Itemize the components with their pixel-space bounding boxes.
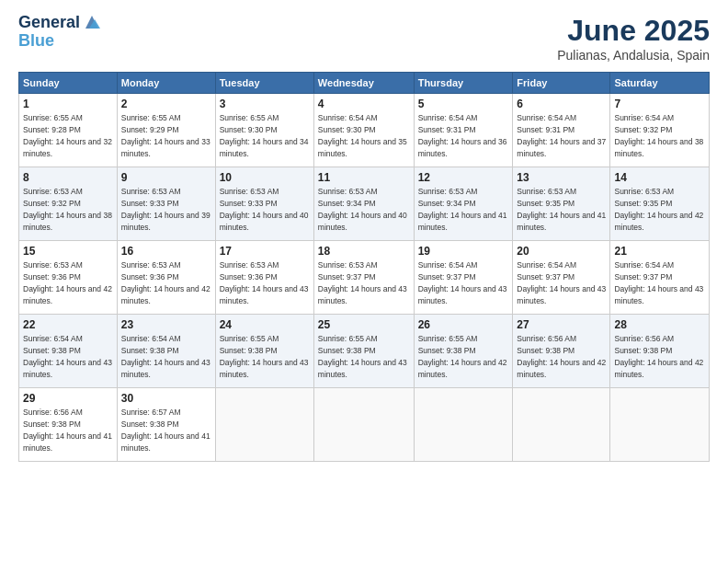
calendar-table: Sunday Monday Tuesday Wednesday Thursday… — [18, 72, 710, 462]
day-info: Sunrise: 6:54 AMSunset: 9:38 PMDaylight:… — [121, 334, 210, 379]
day-number: 21 — [614, 245, 705, 258]
day-number: 11 — [318, 171, 410, 184]
table-row: 8 Sunrise: 6:53 AMSunset: 9:32 PMDayligh… — [19, 167, 118, 241]
day-number: 28 — [614, 318, 705, 331]
table-row: 30 Sunrise: 6:57 AMSunset: 9:38 PMDaylig… — [117, 388, 215, 462]
table-row: 9 Sunrise: 6:53 AMSunset: 9:33 PMDayligh… — [117, 167, 215, 241]
table-row: 14 Sunrise: 6:53 AMSunset: 9:35 PMDaylig… — [610, 167, 710, 241]
day-number: 23 — [121, 318, 211, 331]
calendar-week-2: 8 Sunrise: 6:53 AMSunset: 9:32 PMDayligh… — [19, 167, 710, 241]
day-info: Sunrise: 6:53 AMSunset: 9:33 PMDaylight:… — [220, 187, 309, 232]
header-row: Sunday Monday Tuesday Wednesday Thursday… — [19, 73, 710, 94]
day-number: 10 — [220, 171, 310, 184]
table-row: 2 Sunrise: 6:55 AMSunset: 9:29 PMDayligh… — [117, 94, 215, 167]
table-row: 20 Sunrise: 6:54 AMSunset: 9:37 PMDaylig… — [513, 241, 610, 315]
day-info: Sunrise: 6:53 AMSunset: 9:34 PMDaylight:… — [418, 187, 507, 232]
calendar-week-4: 22 Sunrise: 6:54 AMSunset: 9:38 PMDaylig… — [19, 315, 710, 388]
day-info: Sunrise: 6:54 AMSunset: 9:31 PMDaylight:… — [517, 113, 606, 158]
table-row: 17 Sunrise: 6:53 AMSunset: 9:36 PMDaylig… — [215, 241, 313, 315]
calendar-week-5: 29 Sunrise: 6:56 AMSunset: 9:38 PMDaylig… — [19, 388, 710, 462]
day-info: Sunrise: 6:53 AMSunset: 9:33 PMDaylight:… — [121, 187, 210, 232]
table-row: 28 Sunrise: 6:56 AMSunset: 9:38 PMDaylig… — [610, 315, 710, 388]
day-info: Sunrise: 6:53 AMSunset: 9:36 PMDaylight:… — [121, 260, 210, 305]
calendar-week-1: 1 Sunrise: 6:55 AMSunset: 9:28 PMDayligh… — [19, 94, 710, 167]
table-row: 23 Sunrise: 6:54 AMSunset: 9:38 PMDaylig… — [117, 315, 215, 388]
day-number: 20 — [517, 245, 606, 258]
day-number: 15 — [23, 245, 113, 258]
day-info: Sunrise: 6:53 AMSunset: 9:32 PMDaylight:… — [23, 187, 112, 232]
table-row: 5 Sunrise: 6:54 AMSunset: 9:31 PMDayligh… — [414, 94, 513, 167]
day-info: Sunrise: 6:54 AMSunset: 9:31 PMDaylight:… — [418, 113, 507, 158]
month-title: June 2025 — [557, 14, 710, 48]
day-number: 22 — [23, 318, 113, 331]
day-info: Sunrise: 6:55 AMSunset: 9:38 PMDaylight:… — [318, 334, 407, 379]
table-row — [215, 388, 313, 462]
day-number: 8 — [23, 171, 113, 184]
day-info: Sunrise: 6:55 AMSunset: 9:38 PMDaylight:… — [418, 334, 507, 379]
table-row — [313, 388, 414, 462]
day-info: Sunrise: 6:54 AMSunset: 9:37 PMDaylight:… — [517, 260, 606, 305]
day-info: Sunrise: 6:55 AMSunset: 9:30 PMDaylight:… — [220, 113, 309, 158]
day-number: 13 — [517, 171, 606, 184]
table-row — [513, 388, 610, 462]
day-number: 18 — [318, 245, 410, 258]
day-number: 2 — [121, 98, 211, 110]
table-row: 21 Sunrise: 6:54 AMSunset: 9:37 PMDaylig… — [610, 241, 710, 315]
col-sunday: Sunday — [19, 73, 118, 94]
header: General Blue June 2025 Pulianas, Andalus… — [18, 14, 710, 63]
day-number: 30 — [121, 392, 211, 405]
table-row: 27 Sunrise: 6:56 AMSunset: 9:38 PMDaylig… — [513, 315, 610, 388]
calendar-week-3: 15 Sunrise: 6:53 AMSunset: 9:36 PMDaylig… — [19, 241, 710, 315]
table-row: 18 Sunrise: 6:53 AMSunset: 9:37 PMDaylig… — [313, 241, 414, 315]
day-number: 5 — [418, 98, 509, 110]
col-friday: Friday — [513, 73, 610, 94]
day-number: 27 — [517, 318, 606, 331]
day-info: Sunrise: 6:54 AMSunset: 9:37 PMDaylight:… — [418, 260, 507, 305]
table-row — [610, 388, 710, 462]
col-thursday: Thursday — [414, 73, 513, 94]
day-number: 19 — [418, 245, 509, 258]
day-info: Sunrise: 6:53 AMSunset: 9:35 PMDaylight:… — [614, 187, 703, 232]
day-number: 9 — [121, 171, 211, 184]
logo-text: General — [18, 14, 80, 32]
table-row: 15 Sunrise: 6:53 AMSunset: 9:36 PMDaylig… — [19, 241, 118, 315]
day-info: Sunrise: 6:55 AMSunset: 9:28 PMDaylight:… — [23, 113, 112, 158]
logo-icon — [82, 12, 102, 32]
day-info: Sunrise: 6:54 AMSunset: 9:32 PMDaylight:… — [614, 113, 703, 158]
day-info: Sunrise: 6:56 AMSunset: 9:38 PMDaylight:… — [614, 334, 703, 379]
col-monday: Monday — [117, 73, 215, 94]
day-number: 12 — [418, 171, 509, 184]
day-number: 25 — [318, 318, 410, 331]
day-number: 1 — [23, 98, 113, 110]
table-row: 10 Sunrise: 6:53 AMSunset: 9:33 PMDaylig… — [215, 167, 313, 241]
day-info: Sunrise: 6:57 AMSunset: 9:38 PMDaylight:… — [121, 408, 210, 453]
day-number: 3 — [220, 98, 310, 110]
location-subtitle: Pulianas, Andalusia, Spain — [557, 48, 710, 63]
day-number: 6 — [517, 98, 606, 110]
table-row: 19 Sunrise: 6:54 AMSunset: 9:37 PMDaylig… — [414, 241, 513, 315]
day-info: Sunrise: 6:55 AMSunset: 9:29 PMDaylight:… — [121, 113, 210, 158]
table-row: 24 Sunrise: 6:55 AMSunset: 9:38 PMDaylig… — [215, 315, 313, 388]
table-row: 7 Sunrise: 6:54 AMSunset: 9:32 PMDayligh… — [610, 94, 710, 167]
logo-text2: Blue — [18, 31, 54, 50]
table-row — [414, 388, 513, 462]
day-info: Sunrise: 6:53 AMSunset: 9:34 PMDaylight:… — [318, 187, 407, 232]
table-row: 13 Sunrise: 6:53 AMSunset: 9:35 PMDaylig… — [513, 167, 610, 241]
logo: General Blue — [18, 14, 102, 51]
day-number: 14 — [614, 171, 705, 184]
table-row: 25 Sunrise: 6:55 AMSunset: 9:38 PMDaylig… — [313, 315, 414, 388]
day-number: 24 — [220, 318, 310, 331]
day-number: 4 — [318, 98, 410, 110]
day-number: 26 — [418, 318, 509, 331]
day-info: Sunrise: 6:56 AMSunset: 9:38 PMDaylight:… — [23, 408, 112, 453]
day-info: Sunrise: 6:53 AMSunset: 9:37 PMDaylight:… — [318, 260, 407, 305]
table-row: 16 Sunrise: 6:53 AMSunset: 9:36 PMDaylig… — [117, 241, 215, 315]
day-info: Sunrise: 6:53 AMSunset: 9:35 PMDaylight:… — [517, 187, 606, 232]
day-info: Sunrise: 6:53 AMSunset: 9:36 PMDaylight:… — [23, 260, 112, 305]
table-row: 11 Sunrise: 6:53 AMSunset: 9:34 PMDaylig… — [313, 167, 414, 241]
table-row: 12 Sunrise: 6:53 AMSunset: 9:34 PMDaylig… — [414, 167, 513, 241]
table-row: 3 Sunrise: 6:55 AMSunset: 9:30 PMDayligh… — [215, 94, 313, 167]
day-info: Sunrise: 6:54 AMSunset: 9:37 PMDaylight:… — [614, 260, 703, 305]
table-row: 1 Sunrise: 6:55 AMSunset: 9:28 PMDayligh… — [19, 94, 118, 167]
page: General Blue June 2025 Pulianas, Andalus… — [0, 0, 728, 563]
